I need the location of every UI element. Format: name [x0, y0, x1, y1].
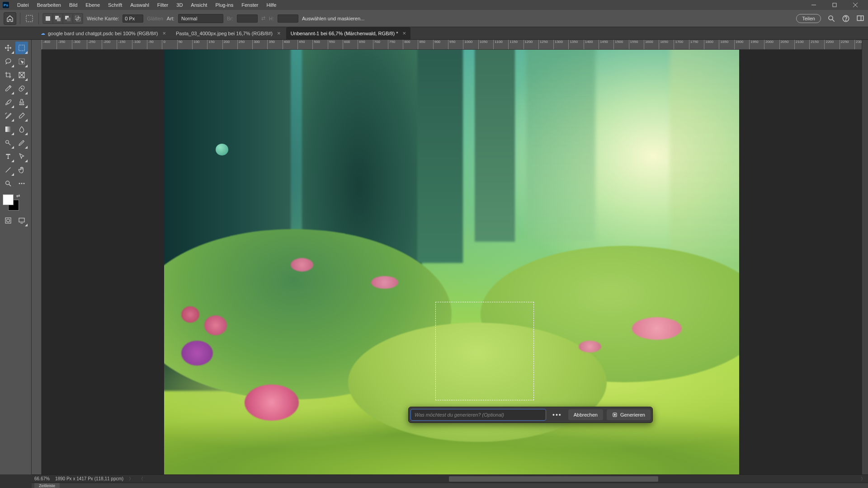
document-tab[interactable]: ☁ google bard und chatgpt.psdc bei 100% …: [36, 27, 170, 39]
hand-tool[interactable]: [15, 164, 28, 176]
history-brush-tool[interactable]: [2, 109, 14, 122]
ruler-tick: -400: [42, 40, 57, 49]
share-button[interactable]: Teilen: [796, 14, 821, 23]
window-close[interactable]: [845, 0, 865, 10]
document-dimensions[interactable]: 1890 Px x 1417 Px (118,11 ppcm): [55, 476, 123, 481]
ruler-tick: 100: [192, 40, 207, 49]
selection-marquee[interactable]: [435, 302, 534, 400]
ruler-tick: 1150: [508, 40, 523, 49]
search-icon[interactable]: [827, 14, 835, 23]
close-icon[interactable]: ×: [277, 30, 281, 37]
eyedropper-tool[interactable]: [2, 82, 14, 95]
menu-3d[interactable]: 3D: [173, 1, 186, 9]
menu-layer[interactable]: Ebene: [82, 1, 104, 9]
stamp-tool[interactable]: [15, 96, 28, 108]
menu-image[interactable]: Bild: [66, 1, 81, 9]
more-options-icon[interactable]: •••: [550, 411, 565, 418]
close-icon[interactable]: ×: [162, 30, 166, 37]
selection-subtract[interactable]: [63, 14, 72, 23]
ruler-tick: 1300: [553, 40, 568, 49]
menu-filter[interactable]: Filter: [154, 1, 172, 9]
options-bar: Weiche Kante: Glätten Art: Normal Br: ⇄ …: [0, 10, 868, 27]
ruler-vertical[interactable]: [32, 50, 42, 474]
window-minimize[interactable]: [804, 0, 824, 10]
path-select-tool[interactable]: [15, 150, 28, 163]
scroll-right-icon[interactable]: 〉: [861, 476, 865, 482]
screen-mode-tool[interactable]: [15, 214, 28, 227]
workspace-icon[interactable]: [856, 14, 864, 23]
swap-colors-icon[interactable]: ⇄: [16, 193, 20, 198]
ruler-tick: 1100: [493, 40, 508, 49]
brush-tool[interactable]: [2, 96, 14, 108]
generative-prompt-input[interactable]: [410, 409, 546, 421]
pen-tool[interactable]: [15, 136, 28, 149]
document-tab-active[interactable]: Unbenannt-1 bei 66,7% (Märchenwald, RGB/…: [286, 27, 410, 39]
zoom-tool[interactable]: [2, 177, 14, 190]
timeline-tab[interactable]: Zeitleiste: [34, 483, 60, 488]
menu-edit[interactable]: Bearbeiten: [33, 1, 65, 9]
shape-tool[interactable]: [2, 164, 14, 176]
ruler-tick: 1400: [584, 40, 599, 49]
selection-new[interactable]: [43, 14, 52, 23]
dodge-tool[interactable]: [2, 136, 14, 149]
ruler-tick: -150: [117, 40, 132, 49]
window-maximize[interactable]: [825, 0, 844, 10]
healing-tool[interactable]: [15, 82, 28, 95]
edit-toolbar[interactable]: [15, 177, 28, 190]
frame-tool[interactable]: [15, 69, 28, 81]
menu-file[interactable]: Datei: [14, 1, 33, 9]
eraser-tool[interactable]: [15, 109, 28, 122]
document-tab[interactable]: Pasta_03_4000px.jpeg bei 16,7% (RGB/8#) …: [171, 27, 285, 39]
color-swatch[interactable]: ⇄: [2, 193, 20, 210]
ruler-tick: 1350: [568, 40, 583, 49]
ruler-tick: 850: [418, 40, 433, 49]
scrollbar-thumb[interactable]: [449, 476, 658, 482]
generative-fill-bar: ••• Abbrechen Generieren: [408, 407, 653, 423]
tab-label: Pasta_03_4000px.jpeg bei 16,7% (RGB/8#): [176, 31, 273, 36]
generate-button[interactable]: Generieren: [607, 409, 651, 420]
bottom-panel[interactable]: Zeitleiste: [32, 483, 868, 488]
menu-help[interactable]: Hilfe: [263, 1, 280, 9]
home-button[interactable]: [4, 12, 16, 25]
ruler-tick: 1200: [524, 40, 538, 49]
horizontal-scrollbar[interactable]: [239, 476, 855, 482]
close-icon[interactable]: ×: [402, 30, 406, 37]
menu-window[interactable]: Fenster: [238, 1, 262, 9]
menu-type[interactable]: Schrift: [104, 1, 126, 9]
ruler-tick: 650: [358, 40, 373, 49]
select-and-mask-link[interactable]: Auswählen und maskieren...: [302, 16, 364, 21]
marquee-tool[interactable]: [15, 42, 28, 54]
selection-mode-group: [42, 13, 83, 24]
marquee-tool-icon[interactable]: [24, 13, 35, 24]
menu-bar: Ps Datei Bearbeiten Bild Ebene Schrift A…: [0, 0, 868, 10]
style-select[interactable]: Normal: [178, 14, 223, 23]
blur-tool[interactable]: [15, 123, 28, 136]
type-tool[interactable]: [2, 150, 14, 163]
menu-view[interactable]: Ansicht: [187, 1, 211, 9]
quick-mask-tool[interactable]: [2, 214, 14, 227]
ruler-origin[interactable]: [32, 40, 42, 50]
selection-add[interactable]: [53, 14, 62, 23]
menu-plugins[interactable]: Plug-ins: [212, 1, 237, 9]
lasso-tool[interactable]: [2, 55, 14, 68]
zoom-level[interactable]: 66.67%: [34, 476, 50, 481]
ruler-tick: 0: [162, 40, 177, 49]
move-tool[interactable]: [2, 42, 14, 54]
panel-collapse-strip[interactable]: [862, 40, 868, 474]
svg-rect-37: [19, 218, 24, 222]
crop-tool[interactable]: [2, 69, 14, 81]
object-select-tool[interactable]: [15, 55, 28, 68]
ruler-horizontal[interactable]: -400-350-300-250-200-150-100-50050100150…: [42, 40, 862, 50]
document-image[interactable]: ••• Abbrechen Generieren: [164, 50, 739, 474]
selection-intersect[interactable]: [73, 14, 82, 23]
cancel-button[interactable]: Abbrechen: [568, 409, 603, 420]
canvas[interactable]: ••• Abbrechen Generieren: [42, 50, 862, 474]
status-caret-icon[interactable]: 〉: [129, 476, 133, 482]
feather-input[interactable]: [123, 14, 143, 23]
scroll-left-icon[interactable]: 〈: [139, 476, 143, 482]
menu-select[interactable]: Auswahl: [127, 1, 153, 9]
gradient-tool[interactable]: [2, 123, 14, 136]
help-icon[interactable]: [842, 14, 850, 23]
svg-point-15: [845, 20, 846, 20]
foreground-color[interactable]: [3, 194, 14, 205]
